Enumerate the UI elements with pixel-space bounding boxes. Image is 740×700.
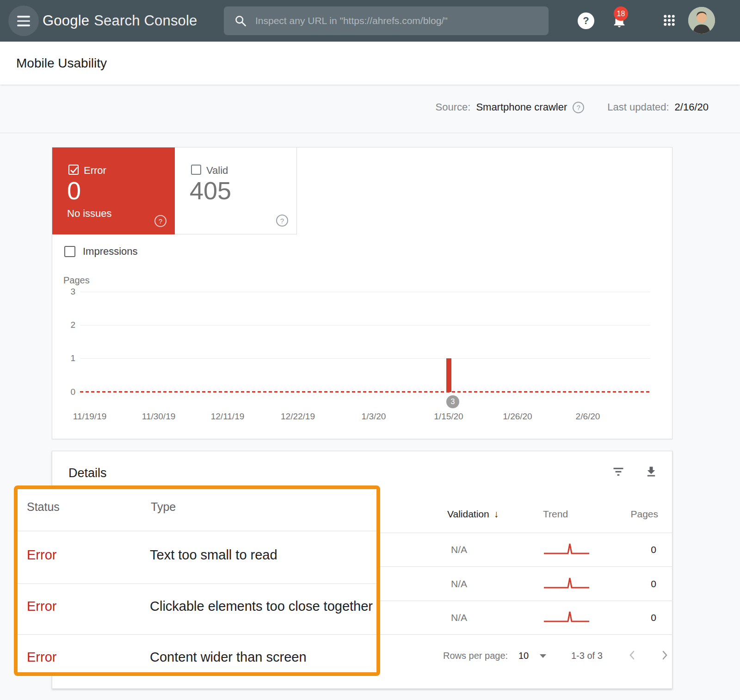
valid-tile-label: Valid: [206, 165, 228, 177]
app-logo[interactable]: Google Search Console: [43, 0, 197, 42]
source-value: Smartphone crawler: [476, 101, 567, 113]
error-tile-help-icon[interactable]: ?: [154, 215, 166, 227]
last-updated-value: 2/16/20: [675, 101, 709, 113]
last-updated-label: Last updated:: [607, 101, 669, 113]
download-icon[interactable]: [645, 465, 658, 478]
content-divider: [0, 133, 740, 133]
y-tick: 3: [57, 287, 75, 297]
pagination-range: 1-3 of 3: [571, 651, 603, 661]
rows-per-page-label: Rows per page:: [443, 651, 508, 661]
validation-cell: N/A: [451, 612, 467, 623]
trend-sparkline: [544, 543, 589, 556]
previous-page-chevron-icon[interactable]: [628, 650, 638, 660]
valid-tile-value: 405: [190, 176, 231, 205]
pages-cell: 0: [651, 578, 656, 589]
impressions-label: Impressions: [83, 246, 138, 258]
valid-checkbox-unchecked[interactable]: [191, 165, 201, 175]
error-tile-value: 0: [67, 176, 81, 205]
status-error-label: Error: [27, 650, 56, 665]
issue-type-label: Clickable elements too close together: [150, 599, 373, 614]
overlay-header-status: Status: [27, 500, 60, 514]
x-tick: 1/26/20: [503, 411, 532, 422]
impressions-toggle[interactable]: Impressions: [64, 246, 138, 258]
gridline: [80, 325, 650, 325]
validation-header-label: Validation: [447, 509, 489, 519]
y-tick: 1: [57, 353, 75, 363]
top-app-bar: Google Search Console ? 18: [0, 0, 740, 42]
overlay-divider: [18, 531, 376, 531]
source-help-icon[interactable]: ?: [573, 102, 584, 113]
next-page-chevron-icon[interactable]: [659, 650, 669, 660]
error-spike-bar[interactable]: [446, 358, 451, 392]
gridline: [80, 292, 650, 292]
status-error-label: Error: [27, 547, 56, 563]
hamburger-menu-button[interactable]: [8, 6, 39, 36]
error-tile-subtitle: No issues: [67, 208, 112, 220]
hamburger-icon: [17, 16, 30, 26]
x-tick: 1/15/20: [434, 411, 463, 422]
error-checkbox-checked[interactable]: [68, 165, 79, 175]
checkmark-icon: [69, 165, 79, 175]
search-input[interactable]: [255, 15, 538, 26]
notification-count-badge: 18: [614, 6, 628, 21]
column-header-validation[interactable]: Validation↓: [447, 509, 499, 520]
column-header-pages: Pages: [630, 509, 658, 520]
report-meta-row: Source: Smartphone crawler ? Last update…: [436, 101, 709, 113]
x-tick: 1/3/20: [362, 411, 386, 422]
pages-cell: 0: [651, 612, 656, 623]
issue-type-label: Content wider than screen: [150, 650, 307, 665]
error-summary-tile[interactable]: Error 0 No issues ?: [52, 147, 175, 234]
x-tick: 12/11/19: [211, 411, 245, 422]
avatar-photo: [688, 7, 715, 34]
logo-google: Google: [43, 12, 89, 29]
details-title: Details: [68, 466, 107, 480]
avatar[interactable]: [688, 7, 715, 34]
url-inspect-searchbox[interactable]: [224, 6, 549, 35]
column-header-trend: Trend: [543, 509, 568, 520]
mobile-usability-page: Google Search Console ? 18: [0, 0, 740, 700]
issue-type-label: Text too small to read: [150, 547, 278, 563]
y-tick: 0: [57, 387, 75, 397]
pages-cell: 0: [651, 544, 656, 555]
valid-summary-tile[interactable]: Valid 405 ?: [175, 147, 297, 234]
rows-per-page-value[interactable]: 10: [518, 651, 529, 661]
filter-icon[interactable]: [612, 465, 625, 478]
google-apps-grid-icon[interactable]: [662, 13, 676, 27]
help-button[interactable]: ?: [578, 12, 594, 29]
valid-tile-help-icon[interactable]: ?: [276, 215, 288, 227]
sort-descending-icon: ↓: [494, 509, 499, 519]
rows-per-page-dropdown-icon[interactable]: [540, 654, 546, 658]
overlay-header-type: Type: [151, 500, 176, 514]
overlay-divider: [18, 634, 376, 635]
page-title-bar: Mobile Usability: [0, 42, 740, 85]
impressions-checkbox[interactable]: [64, 246, 75, 257]
gridline: [80, 358, 650, 359]
error-tile-label: Error: [84, 165, 106, 177]
x-tick: 11/30/19: [142, 411, 176, 422]
y-tick: 2: [57, 320, 75, 330]
search-icon: [234, 14, 247, 27]
trend-sparkline: [544, 577, 589, 590]
overlay-divider: [18, 583, 376, 584]
logo-product: Search Console: [94, 12, 197, 29]
y-axis-label: Pages: [63, 275, 90, 286]
status-error-label: Error: [27, 599, 56, 614]
x-tick: 12/22/19: [281, 411, 315, 422]
series-baseline-dashed: [80, 391, 650, 393]
x-tick: 2/6/20: [576, 411, 600, 422]
chart-annotation-marker[interactable]: 3: [446, 395, 459, 408]
x-tick: 11/19/19: [73, 411, 107, 422]
highlight-annotation-box: Status Type Error Text too small to read…: [14, 485, 380, 676]
validation-cell: N/A: [451, 544, 467, 555]
trend-sparkline: [544, 611, 589, 624]
validation-cell: N/A: [451, 578, 467, 589]
page-title: Mobile Usability: [16, 56, 107, 71]
chart-card: Error 0 No issues ? Valid 405 ? Impressi…: [52, 147, 672, 439]
source-label: Source:: [436, 101, 471, 113]
